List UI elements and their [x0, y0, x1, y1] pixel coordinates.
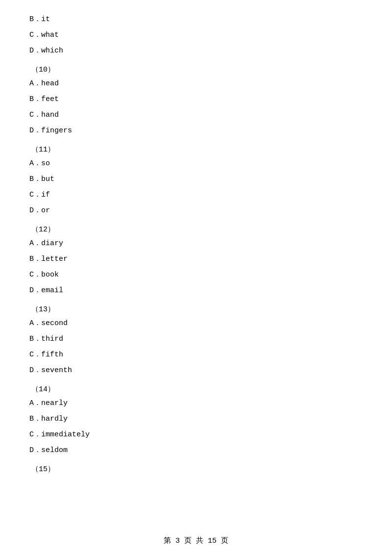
option-item: B．letter — [29, 253, 363, 265]
question-number: （12） — [31, 225, 363, 234]
question-number: （10） — [31, 65, 363, 74]
option-item: A．nearly — [29, 398, 363, 409]
footer-text: 第 3 页 共 15 页 — [164, 537, 228, 545]
option-item: B．it — [29, 14, 363, 25]
question-number: （13） — [31, 304, 363, 314]
option-item: A．head — [29, 78, 363, 90]
option-item: D．seventh — [29, 365, 363, 377]
option-item: A．diary — [29, 238, 363, 250]
option-item: C．book — [29, 269, 363, 281]
question-number: （14） — [31, 384, 363, 394]
option-item: D．fingers — [29, 125, 363, 137]
option-item: B．but — [29, 174, 363, 185]
question-number: （11） — [31, 145, 363, 154]
option-item: C．if — [29, 189, 363, 201]
main-content: B．itC．whatD．which（10）A．headB．feetC．handD… — [0, 0, 392, 507]
option-item: C．hand — [29, 109, 363, 121]
option-item: A．second — [29, 318, 363, 329]
option-item: D．which — [29, 45, 363, 57]
option-item: D．email — [29, 285, 363, 297]
page-footer: 第 3 页 共 15 页 — [0, 536, 392, 545]
option-item: D．seldom — [29, 445, 363, 456]
option-item: C．what — [29, 29, 363, 41]
option-item: C．immediately — [29, 429, 363, 441]
option-item: B．feet — [29, 94, 363, 105]
question-number: （15） — [31, 464, 363, 474]
option-item: B．hardly — [29, 413, 363, 425]
option-item: A．so — [29, 158, 363, 170]
option-item: D．or — [29, 205, 363, 217]
option-item: C．fifth — [29, 349, 363, 361]
option-item: B．third — [29, 333, 363, 345]
